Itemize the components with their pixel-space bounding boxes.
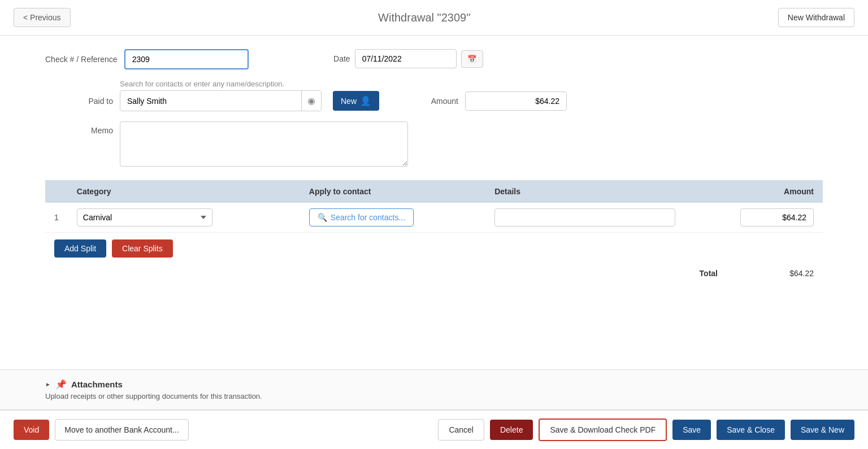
new-contact-label: New [341,97,357,106]
paid-to-label: Paid to [45,97,113,106]
split-amount-input[interactable] [740,208,814,226]
total-amount: $64.22 [740,269,814,278]
amount-input[interactable] [465,91,567,111]
contact-cell: 🔍 Search for contacts... [300,203,485,233]
title-text: Withdrawal "2309" [378,11,470,24]
search-contacts-label: Search for contacts... [331,213,405,222]
clear-splits-button[interactable]: Clear Splits [112,239,173,258]
person-icon: 👤 [360,95,371,106]
attachments-header[interactable]: ► 📌 Attachments [45,379,823,390]
paid-to-section: Search for contacts or enter any name/de… [45,80,823,111]
col-num-header [45,180,68,203]
search-icon: 🔍 [318,213,327,222]
delete-button[interactable]: Delete [490,420,533,440]
calendar-icon: 📅 [467,55,477,63]
check-date-row: Check # / Reference Date 📅 [45,49,823,69]
paid-to-input-group: ◉ [120,90,322,111]
move-to-bank-button[interactable]: Move to another Bank Account... [55,419,188,441]
form-area: Check # / Reference Date 📅 Search for co… [0,36,868,369]
cancel-button[interactable]: Cancel [438,419,484,441]
withdrawal-page: < Previous Withdrawal "2309" New Withdra… [0,0,868,449]
date-label: Date [283,54,350,63]
add-split-button[interactable]: Add Split [54,239,106,258]
details-input[interactable] [494,208,675,226]
total-row: Total $64.22 [45,264,823,282]
splits-table: Category Apply to contact Details Amount… [45,180,823,233]
attachments-section: ► 📌 Attachments Upload receipts or other… [0,369,868,409]
check-ref-group: Check # / Reference [45,49,249,69]
void-button[interactable]: Void [14,420,49,440]
save-pdf-button[interactable]: Save & Download Check PDF [539,419,667,441]
category-select[interactable]: Carnival [77,208,212,226]
paperclip-icon: 📌 [55,379,67,390]
clear-paid-to-button[interactable]: ◉ [301,91,321,111]
memo-textarea[interactable] [120,121,408,167]
splits-section: Category Apply to contact Details Amount… [45,180,823,282]
expand-icon: ► [45,381,51,387]
paid-to-left: Paid to ◉ New 👤 [45,90,379,111]
new-contact-button[interactable]: New 👤 [333,91,379,111]
paid-to-input[interactable] [120,92,301,110]
date-group: Date 📅 [283,49,483,68]
paid-to-row: Paid to ◉ New 👤 Amount [45,90,823,111]
details-cell [485,203,684,233]
page-title: Withdrawal "2309" [378,11,470,24]
check-ref-input[interactable] [124,49,249,69]
split-amount-cell [684,203,823,233]
splits-body: 1 Carnival 🔍 Search for contacts... [45,203,823,233]
footer: Void Move to another Bank Account... Can… [0,409,868,449]
total-label: Total [700,269,718,278]
splits-actions: Add Split Clear Splits [45,233,823,264]
amount-label: Amount [413,97,458,106]
row-number: 1 [45,203,68,233]
table-row: 1 Carnival 🔍 Search for contacts... [45,203,823,233]
category-cell: Carnival [68,203,300,233]
col-details-header: Details [485,180,684,203]
calendar-button[interactable]: 📅 [461,50,483,68]
save-close-button[interactable]: Save & Close [717,420,785,440]
amount-group: Amount [413,91,567,111]
col-contact-header: Apply to contact [300,180,485,203]
save-button[interactable]: Save [672,420,711,440]
new-withdrawal-button[interactable]: New Withdrawal [778,8,854,27]
page-header: < Previous Withdrawal "2309" New Withdra… [0,0,868,36]
col-amount-header: Amount [684,180,823,203]
save-new-button[interactable]: Save & New [791,420,854,440]
search-contacts-button[interactable]: 🔍 Search for contacts... [309,208,414,226]
attachments-description: Upload receipts or other supporting docu… [45,392,823,400]
memo-label: Memo [45,121,113,135]
memo-row: Memo [45,121,823,167]
search-hint: Search for contacts or enter any name/de… [120,80,823,88]
date-input[interactable] [355,49,457,68]
check-ref-label: Check # / Reference [45,55,118,64]
col-category-header: Category [68,180,300,203]
circle-x-icon: ◉ [307,96,315,106]
splits-header: Category Apply to contact Details Amount [45,180,823,203]
attachments-title: Attachments [71,380,123,389]
previous-button[interactable]: < Previous [14,8,71,27]
